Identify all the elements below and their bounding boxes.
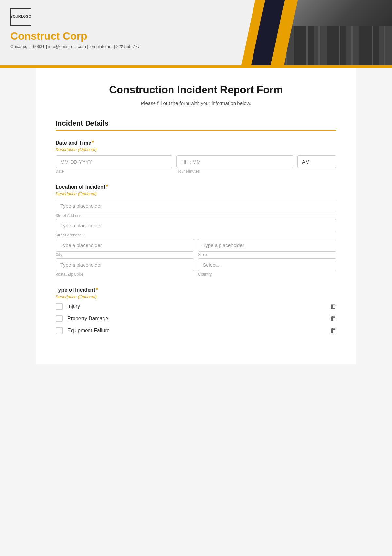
location-description: Description (Optional) <box>56 191 336 196</box>
date-input[interactable] <box>56 155 172 168</box>
equipment-failure-delete-icon[interactable]: 🗑 <box>330 327 336 334</box>
ampm-input[interactable] <box>297 155 336 168</box>
zip-input[interactable] <box>56 258 194 271</box>
street2-row: Street Address 2 <box>56 219 336 237</box>
header-bottom-bar <box>0 65 392 68</box>
form-subtitle: Please fill out the form with your infor… <box>56 100 336 106</box>
injury-delete-icon[interactable]: 🗑 <box>330 303 336 310</box>
section-incident-details: Incident Details <box>56 119 336 131</box>
city-wrap: City <box>56 239 194 257</box>
property-damage-checkbox[interactable] <box>56 315 63 322</box>
street1-input[interactable] <box>56 200 336 212</box>
street2-wrap: Street Address 2 <box>56 219 336 237</box>
city-sublabel: City <box>56 252 194 257</box>
date-sublabel: Date <box>56 169 172 174</box>
page-header: YOUR LOGO Construct Corp Chicago, IL 606… <box>0 0 392 68</box>
date-wrap: Date <box>56 155 172 174</box>
company-name: Construct Corp <box>10 30 257 42</box>
property-damage-label: Property Damage <box>67 316 325 321</box>
zip-wrap: Postal/Zip Code <box>56 258 194 277</box>
zip-sublabel: Postal/Zip Code <box>56 272 194 277</box>
location-group: Location of Incident* Description (Optio… <box>56 184 336 277</box>
state-input[interactable] <box>198 239 336 252</box>
date-time-description: Description (Optional) <box>56 147 336 152</box>
header-image <box>268 0 392 65</box>
ampm-wrap <box>297 155 336 174</box>
property-damage-delete-icon[interactable]: 🗑 <box>330 315 336 322</box>
time-wrap: Hour Minutes <box>176 155 293 174</box>
date-time-label: Date and Time* <box>56 140 336 146</box>
equipment-failure-checkbox[interactable] <box>56 327 63 334</box>
street1-row: Street Address <box>56 200 336 218</box>
country-sublabel: Country <box>198 272 336 277</box>
injury-checkbox[interactable] <box>56 303 63 310</box>
state-wrap: State <box>198 239 336 257</box>
checkbox-equipment-failure: Equipment Failure 🗑 <box>56 327 336 334</box>
street1-sublabel: Street Address <box>56 213 336 218</box>
form-title: Construction Incident Report Form <box>56 84 336 96</box>
street1-wrap: Street Address <box>56 200 336 218</box>
checkbox-injury: Injury 🗑 <box>56 303 336 310</box>
incident-type-label: Type of Incident* <box>56 287 336 293</box>
state-sublabel: State <box>198 252 336 257</box>
country-input[interactable] <box>198 258 336 271</box>
main-content: Construction Incident Report Form Please… <box>36 68 356 364</box>
location-label: Location of Incident* <box>56 184 336 190</box>
date-time-group: Date and Time* Description (Optional) Da… <box>56 140 336 174</box>
incident-type-group: Type of Incident* Description (Optional)… <box>56 287 336 334</box>
checkbox-property-damage: Property Damage 🗑 <box>56 315 336 322</box>
time-sublabel: Hour Minutes <box>176 169 293 174</box>
incident-type-description: Description (Optional) <box>56 294 336 299</box>
city-state-row: City State <box>56 239 336 257</box>
city-input[interactable] <box>56 239 194 252</box>
country-wrap: Country <box>198 258 336 277</box>
street2-input[interactable] <box>56 219 336 232</box>
company-logo: YOUR LOGO <box>10 8 31 26</box>
date-time-row: Date Hour Minutes <box>56 155 336 174</box>
company-address: Chicago, IL 60631 | info@construct.com |… <box>10 44 257 49</box>
injury-label: Injury <box>67 304 325 309</box>
street2-sublabel: Street Address 2 <box>56 233 336 237</box>
zip-country-row: Postal/Zip Code Country <box>56 258 336 277</box>
time-input[interactable] <box>176 155 293 168</box>
equipment-failure-label: Equipment Failure <box>67 328 325 334</box>
